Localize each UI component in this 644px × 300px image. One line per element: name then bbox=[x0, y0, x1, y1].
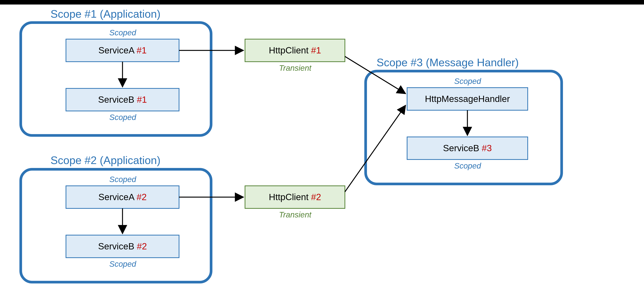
serviceB2-name: ServiceB bbox=[98, 241, 137, 251]
handler-lifetime: Scoped bbox=[454, 77, 481, 86]
handler-name: HttpMessageHandler bbox=[425, 94, 510, 104]
serviceA2-label: ServiceA #2 bbox=[66, 192, 179, 202]
httpClient1-lifetime: Transient bbox=[279, 64, 311, 73]
diagram-canvas: Scope #1 (Application) Scope #2 (Applica… bbox=[0, 0, 644, 300]
serviceA2-num: #2 bbox=[137, 192, 147, 202]
httpClient2-num: #2 bbox=[311, 192, 321, 202]
serviceB3-label: ServiceB #3 bbox=[407, 143, 528, 153]
serviceA1-num: #1 bbox=[137, 45, 147, 55]
serviceB3-lifetime: Scoped bbox=[454, 161, 481, 170]
serviceB1-num: #1 bbox=[137, 95, 147, 105]
scope1-title: Scope #1 (Application) bbox=[50, 7, 160, 20]
httpClient1-num: #1 bbox=[311, 45, 321, 55]
serviceB1-label: ServiceB #1 bbox=[66, 94, 179, 105]
httpClient1-name: HttpClient bbox=[269, 45, 311, 55]
httpClient2-label: HttpClient #2 bbox=[245, 192, 345, 202]
serviceA1-label: ServiceA #1 bbox=[66, 45, 179, 55]
serviceA1-name: ServiceA bbox=[98, 45, 137, 55]
httpClient2-name: HttpClient bbox=[269, 192, 311, 202]
black-top-bar bbox=[0, 0, 644, 4]
serviceB3-num: #3 bbox=[482, 143, 492, 153]
serviceB2-label: ServiceB #2 bbox=[66, 241, 179, 252]
serviceA2-name: ServiceA bbox=[98, 192, 137, 202]
scope2-title: Scope #2 (Application) bbox=[50, 154, 160, 166]
httpClient2-lifetime: Transient bbox=[279, 210, 311, 219]
serviceB3-name: ServiceB bbox=[443, 143, 482, 153]
scope3-title: Scope #3 (Message Handler) bbox=[376, 56, 519, 69]
handler-label: HttpMessageHandler bbox=[407, 94, 528, 104]
serviceB1-name: ServiceB bbox=[98, 95, 137, 105]
arrow-httpClient2-handler bbox=[345, 105, 406, 192]
serviceB1-lifetime: Scoped bbox=[109, 113, 136, 122]
serviceA1-lifetime: Scoped bbox=[109, 28, 136, 37]
serviceA2-lifetime: Scoped bbox=[109, 175, 136, 184]
serviceB2-num: #2 bbox=[137, 241, 147, 251]
httpClient1-label: HttpClient #1 bbox=[245, 45, 345, 55]
serviceB2-lifetime: Scoped bbox=[109, 260, 136, 269]
